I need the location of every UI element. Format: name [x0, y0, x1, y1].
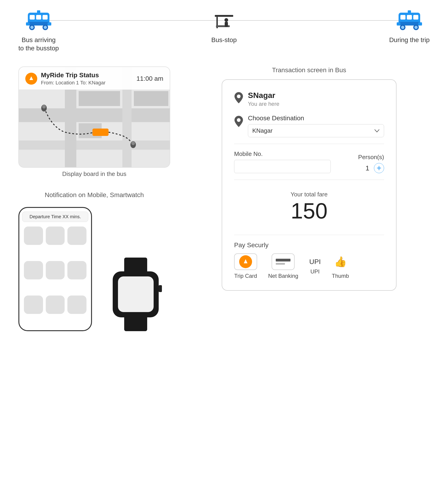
- map-title: MyRide Trip Status: [41, 72, 133, 79]
- timeline-label-bus-arriving: Bus arriving to the busstop: [18, 36, 59, 53]
- thumb-icon: 👍: [334, 256, 347, 268]
- trip-card-label: Trip Card: [234, 273, 257, 279]
- destination-select[interactable]: KNagar: [248, 124, 384, 137]
- watch-body: [113, 271, 159, 317]
- upi-label: UPI: [311, 268, 320, 275]
- app-icon-1: [24, 226, 43, 245]
- bus-stop-icon: [210, 9, 238, 32]
- svg-rect-5: [26, 22, 30, 25]
- svg-point-33: [237, 95, 240, 98]
- notification-title: Notification on Mobile, Smartwatch: [18, 191, 170, 199]
- destination-label: Choose Destination: [248, 114, 384, 122]
- persons-control: 1 +: [365, 163, 384, 173]
- fare-label: Your total fare: [234, 191, 384, 198]
- current-location-sub: You are here: [248, 101, 384, 107]
- svg-point-25: [401, 26, 404, 29]
- watch-mock: [110, 257, 161, 331]
- svg-point-27: [414, 26, 418, 29]
- svg-rect-3: [43, 15, 48, 20]
- payment-methods: Trip Card Net Banking: [234, 253, 384, 279]
- timeline-item-during-trip: During the trip: [389, 9, 430, 44]
- svg-rect-22: [397, 22, 400, 25]
- app-icon-9: [67, 296, 87, 314]
- svg-rect-28: [408, 10, 411, 14]
- svg-point-10: [44, 26, 47, 29]
- svg-rect-1: [30, 15, 35, 20]
- net-banking-icon: [272, 253, 295, 270]
- svg-rect-23: [418, 22, 422, 25]
- svg-point-30: [42, 105, 46, 109]
- chevron-down-icon: [374, 127, 380, 134]
- notification-section: Notification on Mobile, Smartwatch Depar…: [18, 191, 170, 331]
- timeline: Bus arriving to the busstop Bus-stop: [0, 0, 448, 57]
- svg-point-34: [237, 118, 240, 122]
- pay-label: Pay Securly: [234, 241, 384, 249]
- svg-point-8: [30, 26, 34, 29]
- bus-on-map: [92, 128, 109, 136]
- persons-add-button[interactable]: +: [374, 163, 384, 173]
- watch-band-top: [124, 257, 147, 271]
- pay-section: Pay Securly Trip Card: [234, 241, 384, 279]
- map-card: MyRide Trip Status From: Location 1 To: …: [18, 66, 170, 168]
- destination-row: Choose Destination KNagar: [234, 114, 384, 137]
- app-icon-8: [46, 296, 65, 314]
- svg-rect-16: [225, 22, 228, 27]
- payment-trip-card[interactable]: Trip Card: [234, 253, 257, 279]
- current-location-name: SNagar: [248, 91, 384, 100]
- timeline-label-during-trip: During the trip: [389, 36, 430, 44]
- left-column: MyRide Trip Status From: Location 1 To: …: [18, 66, 170, 331]
- phone-app-grid: [19, 224, 91, 330]
- svg-rect-18: [400, 15, 405, 20]
- thumb-label: Thumb: [332, 273, 349, 279]
- upi-text-display: UPI: [309, 258, 321, 266]
- phone-notification-bar: Departure Time XX mins.: [22, 212, 88, 222]
- during-trip-icon: [396, 9, 423, 32]
- bus-arriving-icon: [25, 9, 52, 32]
- payment-thumb[interactable]: 👍 Thumb: [332, 253, 349, 279]
- timeline-item-bus-arriving: Bus arriving to the busstop: [18, 9, 59, 53]
- myride-logo: [25, 73, 37, 85]
- persons-count: 1: [365, 164, 369, 172]
- map-header: MyRide Trip Status From: Location 1 To: …: [19, 67, 170, 90]
- mobile-input[interactable]: [234, 160, 331, 173]
- mobile-group: Mobile No.: [234, 150, 331, 173]
- svg-rect-11: [37, 10, 40, 14]
- notification-devices: Departure Time XX mins.: [18, 207, 170, 331]
- map-title-block: MyRide Trip Status From: Location 1 To: …: [41, 72, 133, 86]
- map-time: 11:00 am: [136, 75, 163, 82]
- destination-pin-icon: [234, 115, 243, 127]
- app-icon-3: [67, 226, 87, 245]
- app-icon-6: [67, 261, 87, 280]
- watch-crown: [159, 285, 162, 292]
- myride-pay-logo: [239, 255, 252, 268]
- divider-2: [234, 180, 384, 180]
- fare-amount: 150: [234, 200, 384, 222]
- svg-rect-2: [36, 15, 41, 20]
- app-icon-5: [46, 261, 65, 280]
- svg-point-32: [131, 141, 135, 145]
- fare-section: Your total fare 150: [234, 186, 384, 228]
- current-location-info: SNagar You are here: [248, 91, 384, 107]
- svg-rect-20: [413, 15, 418, 20]
- right-column: Transaction screen in Bus SNagar You are…: [189, 66, 430, 291]
- watch-band-bottom: [124, 317, 147, 331]
- display-board-label: Display board in the bus: [18, 170, 170, 177]
- persons-label: Person(s): [358, 154, 384, 161]
- net-banking-label: Net Banking: [268, 273, 298, 279]
- divider-3: [234, 235, 384, 235]
- transaction-section-title: Transaction screen in Bus: [272, 66, 346, 74]
- payment-net-banking[interactable]: Net Banking: [268, 253, 298, 279]
- destination-info: Choose Destination KNagar: [248, 114, 384, 137]
- timeline-label-bus-stop: Bus-stop: [211, 36, 237, 44]
- svg-rect-12: [215, 15, 233, 17]
- persons-group: Person(s) 1 +: [358, 154, 384, 173]
- payment-upi[interactable]: UPI UPI: [309, 258, 321, 275]
- watch-screen: [118, 276, 154, 312]
- phone-mock: Departure Time XX mins.: [18, 207, 92, 331]
- divider-1: [234, 144, 384, 144]
- app-icon-4: [24, 261, 43, 280]
- mobile-label: Mobile No.: [234, 150, 331, 158]
- map-subtitle: From: Location 1 To: KNagar: [41, 80, 133, 86]
- current-location-pin-icon: [234, 92, 243, 103]
- current-location-row: SNagar You are here: [234, 91, 384, 107]
